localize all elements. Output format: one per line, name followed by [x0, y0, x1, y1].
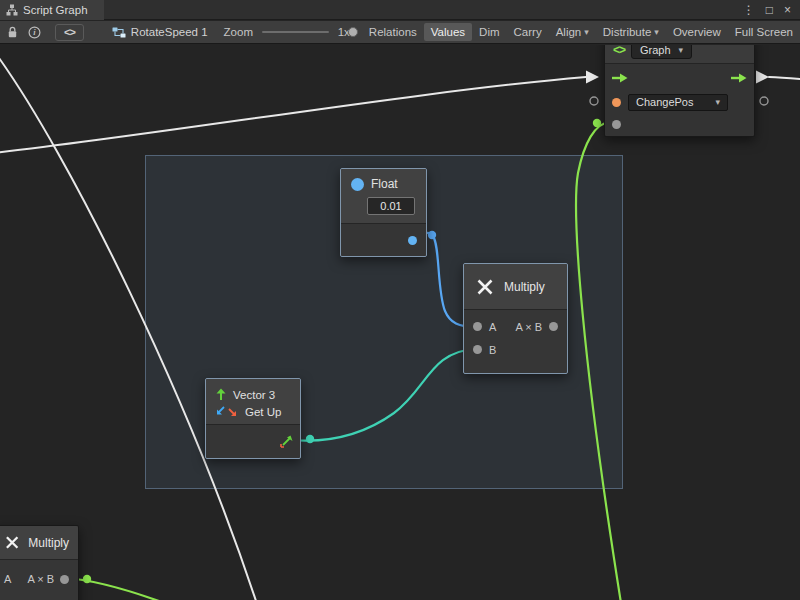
wire-into-changepos[interactable]	[576, 122, 621, 600]
float-node-footer	[341, 223, 426, 256]
multiply-corner-title: Multiply	[28, 536, 69, 550]
flow-arrow-input[interactable]	[586, 71, 599, 84]
node-multiply[interactable]: Multiply A A × B B	[463, 263, 568, 374]
button-label: Carry	[514, 26, 542, 38]
wire-knob-blue	[428, 231, 436, 239]
float-node-header: Float	[341, 169, 426, 223]
toolbar-button-relations[interactable]: Relations	[362, 23, 424, 41]
node-multiply-corner[interactable]: Multiply A A × B	[0, 525, 79, 600]
script-graph-icon	[6, 4, 18, 16]
graph-toolbar: i <> RotateSpeed 1 Zoom 1x Relations Val…	[0, 21, 800, 44]
button-label: Distribute	[603, 26, 652, 38]
node-graph-changepos[interactable]: <> Graph ▾ ChangePos	[604, 45, 755, 137]
code-preview-button[interactable]: <>	[55, 24, 84, 41]
chevron-down-icon: ▾	[715, 97, 720, 107]
toolbar-button-overview[interactable]: Overview	[666, 23, 728, 41]
port-multiply-corner-output[interactable]	[60, 575, 69, 584]
toolbar-button-dim[interactable]: Dim	[472, 23, 506, 41]
graph-node-header: <> Graph ▾	[605, 45, 754, 64]
close-icon[interactable]: ×	[784, 4, 791, 16]
multiply-corner-input-a-label: A	[4, 573, 11, 585]
multiply-corner-output-label: A × B	[27, 573, 54, 585]
button-label: Values	[431, 26, 465, 38]
window-title: Script Graph	[23, 4, 88, 16]
port-multiply-output[interactable]	[549, 322, 558, 331]
flow-in-arrow-icon[interactable]	[612, 72, 628, 84]
toolbar-button-carry[interactable]: Carry	[507, 23, 549, 41]
port-changepos-input[interactable]	[612, 98, 621, 107]
info-icon[interactable]: i	[28, 26, 41, 39]
node-vector3-get-up[interactable]: Vector 3 Get Up	[205, 378, 301, 459]
toolbar-button-align[interactable]: Align ▾	[549, 23, 596, 41]
multiply-corner-row: A A × B	[0, 566, 78, 592]
port-multiply-input-b[interactable]	[473, 345, 482, 354]
chevron-down-icon: ▾	[654, 27, 659, 37]
get-icon	[215, 406, 239, 418]
button-label: Full Screen	[735, 26, 793, 38]
wire-knob-green	[593, 119, 601, 127]
wire-flow-into-graph-node[interactable]	[0, 77, 586, 153]
vector3-icon	[215, 388, 227, 401]
float-node-title: Float	[371, 177, 398, 191]
port-multiply-input-a[interactable]	[473, 322, 482, 331]
multiply-node-title: Multiply	[504, 280, 545, 294]
multiply-corner-header: Multiply	[0, 526, 78, 560]
wire-vector3-to-multiply-b[interactable]	[290, 349, 476, 441]
graph-node-value-row: ChangePos ▾	[605, 92, 754, 112]
wire-knob-teal	[306, 435, 314, 443]
graph-node-extra-row	[605, 112, 754, 136]
button-label: Align	[556, 26, 582, 38]
multiply-input-a-label: A	[489, 321, 496, 333]
multiply-output-label: A × B	[515, 321, 542, 333]
port-float-output[interactable]	[408, 236, 417, 245]
lock-icon[interactable]	[7, 26, 18, 39]
port-unconnected-left[interactable]	[590, 97, 598, 105]
vector3-node-title: Vector 3	[233, 389, 275, 401]
float-value-input[interactable]	[367, 197, 415, 215]
vector3-node-subtitle: Get Up	[245, 406, 281, 418]
node-float[interactable]: Float	[340, 168, 427, 257]
port-unconnected-right[interactable]	[760, 97, 768, 105]
flow-out-arrow-icon[interactable]	[731, 72, 747, 84]
toolbar-button-distribute[interactable]: Distribute ▾	[596, 23, 666, 41]
window-menu-icon[interactable]: ⋮	[743, 4, 755, 16]
graph-dropdown[interactable]: Graph ▾	[631, 45, 692, 59]
graph-breadcrumb[interactable]: RotateSpeed 1	[112, 26, 208, 39]
chevron-down-icon: ▾	[679, 45, 684, 55]
toolbar-buttons: Relations Values Dim Carry Align ▾ Distr…	[362, 23, 800, 41]
multiply-row-a: A A × B	[464, 315, 567, 338]
graph-asset-icon	[112, 26, 126, 39]
changepos-dropdown[interactable]: ChangePos ▾	[628, 94, 728, 111]
button-label: Relations	[369, 26, 417, 38]
vector3-node-header: Vector 3 Get Up	[206, 379, 300, 424]
multiply-node-header: Multiply	[464, 264, 567, 310]
wire-flow-out-of-graph-node[interactable]	[769, 77, 800, 80]
wire-knob-green	[83, 575, 91, 583]
graph-canvas[interactable]: <> Graph ▾ ChangePos	[0, 45, 800, 600]
flow-arrow-output[interactable]	[756, 71, 769, 84]
chevron-down-icon: ▾	[584, 27, 589, 37]
port-vector3-output[interactable]	[280, 435, 293, 448]
script-graph-window: Script Graph ⋮ □ × i <>	[0, 0, 800, 600]
zoom-slider-handle[interactable]	[348, 27, 358, 37]
port-graph-extra[interactable]	[612, 120, 621, 129]
window-controls: ⋮ □ ×	[743, 4, 800, 16]
multiply-row-b: B	[464, 338, 567, 361]
zoom-slider[interactable]	[262, 31, 329, 33]
toolbar-button-values[interactable]: Values	[424, 23, 472, 41]
titlebar: Script Graph ⋮ □ ×	[0, 0, 800, 20]
svg-text:i: i	[33, 27, 36, 37]
multiply-input-b-label: B	[489, 344, 496, 356]
button-label: Dim	[479, 26, 499, 38]
maximize-icon[interactable]: □	[766, 4, 773, 16]
visual-scripting-icon: <>	[613, 45, 625, 57]
toolbar-button-fullscreen[interactable]: Full Screen	[728, 23, 800, 41]
float-type-icon	[351, 178, 364, 191]
wire-flow-diagonal[interactable]	[0, 51, 258, 600]
graph-dropdown-label: Graph	[640, 45, 671, 56]
graph-node-flow-row	[605, 64, 754, 92]
vector3-node-footer	[206, 424, 300, 458]
button-label: Overview	[673, 26, 721, 38]
window-tab[interactable]: Script Graph	[0, 0, 104, 20]
multiply-node-body: A A × B B	[464, 310, 567, 373]
